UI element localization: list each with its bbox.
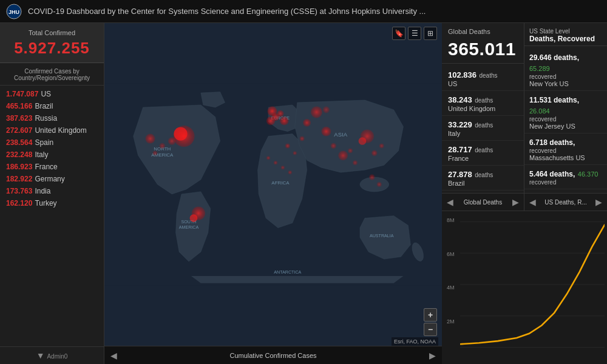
country-count: 182.922: [6, 175, 32, 183]
total-confirmed-box: Total Confirmed 5.927.255: [0, 23, 104, 63]
country-count: 238.564: [6, 138, 32, 147]
deaths-country: US: [448, 80, 518, 87]
country-name: Russia: [35, 114, 57, 123]
svg-point-45: [288, 170, 292, 174]
svg-point-3: [360, 177, 389, 192]
deaths-list-item: 33.229 deathsItaly: [442, 116, 524, 141]
svg-point-41: [377, 182, 382, 187]
sidebar-country-item[interactable]: 173.763India: [0, 185, 104, 197]
us-list-item: 11.531 deaths, 26.084recoveredNew Jersey…: [524, 91, 607, 133]
svg-point-32: [285, 143, 290, 148]
svg-point-17: [168, 137, 176, 145]
deaths-panel: Global Deaths 365.011 102.836 deathsUS38…: [442, 23, 524, 211]
svg-point-30: [359, 137, 367, 145]
zoom-in-button[interactable]: +: [424, 308, 437, 322]
svg-text:ANTARCTICA: ANTARCTICA: [274, 270, 301, 275]
svg-point-36: [348, 148, 353, 153]
deaths-country: Italy: [448, 130, 518, 137]
us-deaths: 11.531 deaths,: [529, 96, 579, 104]
sidebar-country-item[interactable]: 162.120Turkey: [0, 197, 104, 209]
sidebar-country-item[interactable]: 465.166Brazil: [0, 100, 104, 112]
country-name: Germany: [35, 175, 64, 183]
map-prev-arrow[interactable]: ◀: [110, 351, 117, 360]
deaths-label: deaths: [475, 122, 493, 129]
svg-point-21: [280, 116, 288, 125]
us-panel-subtitle: US State Level: [529, 28, 602, 35]
deaths-total: 365.011: [442, 38, 524, 64]
map-footer-label: Cumulative Confirmed Cases: [117, 352, 429, 359]
map-toolbar: 🔖 ☰ ⊞: [392, 27, 437, 40]
us-panel: US State Level Deaths, Recovered 29.646 …: [524, 23, 607, 211]
svg-point-39: [353, 160, 358, 165]
us-deaths: 6.718 deaths,: [529, 138, 575, 147]
total-confirmed-label: Total Confirmed: [4, 29, 100, 36]
svg-point-38: [379, 143, 384, 148]
sidebar-country-item[interactable]: 272.607United Kingdom: [0, 124, 104, 136]
us-panel-header: US State Level Deaths, Recovered: [524, 23, 607, 46]
deaths-count: 27.878: [448, 170, 472, 179]
header: JHU COVID-19 Dashboard by the Center for…: [0, 0, 607, 23]
deaths-panel-nav: ◀ Global Deaths ▶: [442, 193, 524, 211]
sidebar-country-item[interactable]: 186.923France: [0, 161, 104, 173]
world-map-svg: NORTH AMERICA SOUTH AMERICA EUROPE ASIA …: [104, 23, 442, 346]
deaths-label: deaths: [475, 147, 493, 153]
map-area: 🔖 ☰ ⊞: [104, 23, 442, 364]
main-layout: Total Confirmed 5.927.255 Confirmed Case…: [0, 23, 607, 364]
us-location: New York US: [529, 80, 602, 87]
svg-text:AMERICA: AMERICA: [179, 225, 199, 230]
sidebar-scroll-arrow[interactable]: ▼ Admin0: [0, 346, 104, 364]
deaths-country: United Kingdom: [448, 105, 518, 112]
svg-point-26: [323, 106, 330, 113]
country-count: 1.747.087: [6, 90, 38, 98]
sidebar-country-item[interactable]: 238.564Spain: [0, 136, 104, 149]
us-recovered-label: recovered: [529, 116, 602, 123]
total-confirmed-value: 5.927.255: [4, 39, 100, 58]
right-top: Global Deaths 365.011 102.836 deathsUS38…: [442, 23, 607, 211]
sidebar-country-item[interactable]: 182.922Germany: [0, 173, 104, 185]
deaths-list-item: 27.878 deathsBrazil: [442, 166, 524, 190]
deaths-next-arrow[interactable]: ▶: [512, 197, 519, 207]
deaths-country: Brazil: [448, 180, 518, 187]
sidebar-country-item[interactable]: 1.747.087US: [0, 88, 104, 100]
us-list-item: 5.464 deaths, 46.370recovered: [524, 165, 607, 189]
bookmark-icon[interactable]: 🔖: [392, 27, 405, 40]
sidebar-list-header: Confirmed Cases byCountry/Region/Soverei…: [0, 63, 104, 86]
country-name: Brazil: [35, 102, 53, 110]
map-next-arrow[interactable]: ▶: [429, 351, 436, 360]
sidebar-country-item[interactable]: 232.248Italy: [0, 149, 104, 161]
chart-y-label: 2M: [447, 318, 455, 325]
us-recovered-label: recovered: [529, 179, 602, 186]
chart-y-label: 4M: [447, 285, 455, 291]
svg-point-27: [321, 127, 331, 136]
country-name: Italy: [35, 150, 48, 159]
us-recovered-label: recovered: [529, 147, 602, 154]
zoom-out-button[interactable]: −: [424, 323, 437, 336]
right-panels: Global Deaths 365.011 102.836 deathsUS38…: [442, 23, 607, 364]
country-name: Turkey: [35, 199, 56, 207]
svg-point-24: [277, 110, 283, 117]
svg-point-23: [266, 116, 275, 125]
us-prev-arrow[interactable]: ◀: [529, 197, 536, 207]
svg-point-28: [338, 150, 348, 160]
deaths-nav-label: Global Deaths: [464, 199, 502, 206]
us-recovered: 46.370: [578, 170, 599, 178]
us-list-item: 29.646 deaths, 65.289recoveredNew York U…: [524, 49, 607, 91]
sidebar-country-item[interactable]: 387.623Russia: [0, 112, 104, 124]
country-name: France: [35, 163, 57, 171]
us-deaths: 29.646 deaths,: [529, 53, 579, 62]
us-location: Massachusetts US: [529, 154, 602, 161]
svg-point-35: [331, 143, 337, 149]
us-next-arrow[interactable]: ▶: [595, 197, 602, 207]
deaths-panel-header: Global Deaths: [442, 23, 524, 38]
country-name: India: [35, 187, 50, 195]
svg-text:AUSTRALIA: AUSTRALIA: [370, 234, 394, 238]
country-count: 232.248: [6, 150, 32, 159]
deaths-list-item: 28.717 deathsFrance: [442, 141, 524, 166]
svg-point-42: [266, 156, 270, 160]
us-recovered: 26.084: [529, 107, 550, 115]
deaths-label: deaths: [479, 72, 497, 79]
map-footer: ◀ Cumulative Confirmed Cases ▶: [104, 346, 442, 364]
list-icon[interactable]: ☰: [408, 27, 421, 40]
deaths-prev-arrow[interactable]: ◀: [447, 197, 453, 207]
grid-icon[interactable]: ⊞: [424, 27, 437, 40]
